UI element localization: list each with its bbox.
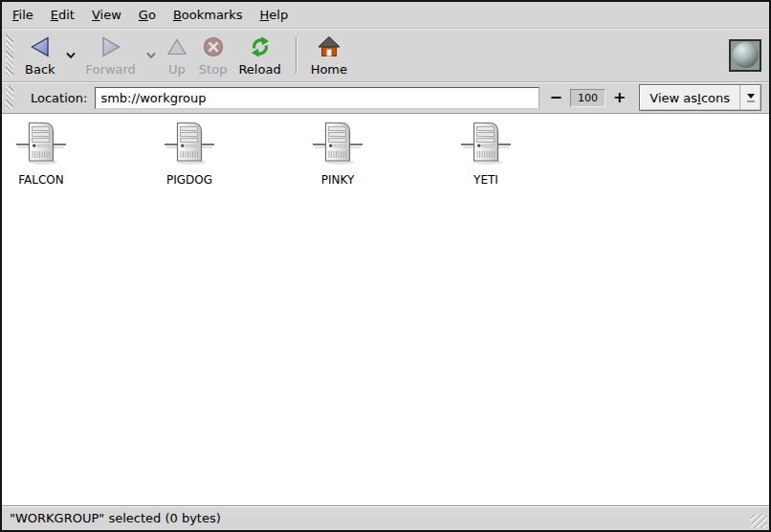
network-server-item-pinky[interactable]: PINKY bbox=[300, 122, 375, 187]
location-label: Location: bbox=[31, 91, 87, 105]
file-label: PINKY bbox=[321, 173, 355, 187]
view-as-dropdown[interactable]: View as Icons bbox=[639, 84, 761, 111]
menu-edit[interactable]: Edit bbox=[42, 3, 83, 27]
status-bar: "WORKGROUP" selected (0 bytes) bbox=[2, 506, 769, 530]
network-server-item-yeti[interactable]: YETI bbox=[449, 122, 523, 187]
forward-icon bbox=[99, 34, 122, 60]
file-manager-window: File Edit View Go Bookmarks Help Back Fo… bbox=[0, 0, 771, 532]
zoom-level-indicator[interactable]: 100 bbox=[570, 89, 606, 107]
up-label: Up bbox=[168, 63, 186, 77]
reload-label: Reload bbox=[238, 63, 280, 77]
server-icon bbox=[15, 122, 67, 168]
location-input[interactable] bbox=[95, 87, 540, 109]
network-server-item-pigdog[interactable]: PIGDOG bbox=[152, 122, 227, 187]
reload-icon bbox=[249, 34, 272, 60]
back-label: Back bbox=[25, 63, 55, 77]
network-server-item-falcon[interactable]: FALCON bbox=[4, 122, 78, 187]
forward-button: Forward bbox=[80, 32, 142, 79]
file-label: PIGDOG bbox=[166, 173, 212, 187]
server-icon bbox=[164, 122, 215, 168]
home-button[interactable]: Home bbox=[305, 32, 353, 79]
view-as-label: View as Icons bbox=[640, 85, 739, 110]
menu-bar: File Edit View Go Bookmarks Help bbox=[2, 2, 769, 29]
toolbar-drag-handle[interactable] bbox=[6, 34, 13, 77]
status-text: "WORKGROUP" selected (0 bytes) bbox=[10, 511, 221, 525]
menu-view[interactable]: View bbox=[83, 3, 130, 27]
menu-file[interactable]: File bbox=[4, 3, 42, 27]
zoom-out-button[interactable]: − bbox=[545, 90, 565, 105]
zoom-in-button[interactable]: + bbox=[609, 90, 629, 105]
file-label: FALCON bbox=[18, 173, 64, 187]
back-history-dropdown-icon[interactable] bbox=[61, 29, 80, 82]
file-label: YETI bbox=[474, 173, 498, 187]
dropdown-arrow-icon bbox=[740, 85, 760, 110]
forward-history-dropdown-icon bbox=[142, 29, 161, 82]
up-button: Up bbox=[161, 32, 193, 79]
home-label: Home bbox=[311, 63, 347, 77]
toolbar: Back Forward Up bbox=[2, 29, 769, 82]
location-bar-drag-handle[interactable] bbox=[6, 86, 13, 109]
stop-icon bbox=[202, 34, 225, 60]
up-icon bbox=[166, 34, 187, 60]
menu-help[interactable]: Help bbox=[252, 3, 297, 27]
location-bar: Location: − 100 + View as Icons bbox=[2, 82, 769, 114]
menu-bookmarks[interactable]: Bookmarks bbox=[165, 3, 252, 27]
back-button[interactable]: Back bbox=[19, 32, 61, 79]
throbber-sphere bbox=[733, 42, 759, 68]
stop-button: Stop bbox=[193, 32, 233, 79]
throbber-icon bbox=[729, 39, 761, 72]
back-icon bbox=[29, 34, 52, 60]
server-icon bbox=[460, 122, 512, 168]
home-icon bbox=[318, 34, 341, 60]
stop-label: Stop bbox=[199, 63, 228, 77]
resize-grip[interactable] bbox=[751, 514, 767, 528]
server-icon bbox=[312, 122, 363, 168]
toolbar-separator bbox=[296, 37, 297, 74]
forward-label: Forward bbox=[86, 63, 136, 77]
file-view[interactable]: FALCON bbox=[2, 114, 769, 506]
menu-go[interactable]: Go bbox=[130, 3, 165, 27]
reload-button[interactable]: Reload bbox=[232, 32, 286, 79]
